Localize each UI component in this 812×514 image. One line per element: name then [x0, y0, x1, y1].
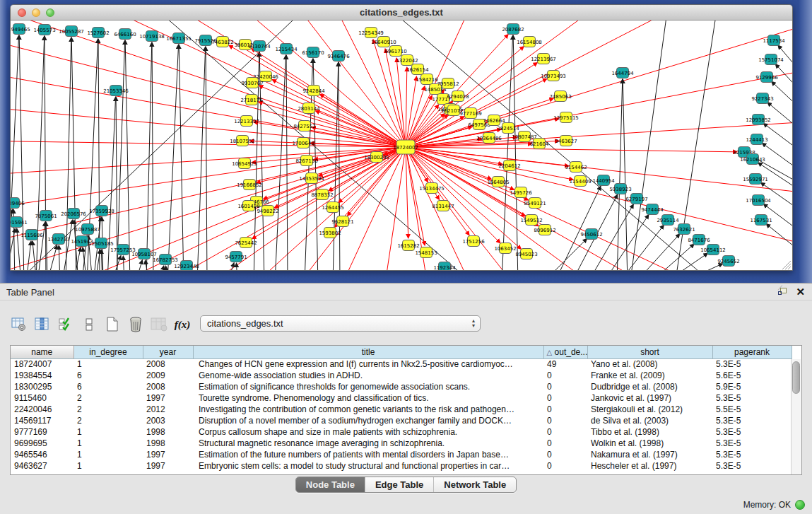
table-source-select[interactable]: citations_edges.txt ▴▾	[200, 315, 481, 332]
column-header-year[interactable]: year	[143, 346, 193, 358]
new-column-icon[interactable]	[103, 315, 122, 334]
table-cell[interactable]: 1998	[143, 438, 193, 449]
close-button[interactable]	[18, 8, 26, 17]
table-cell[interactable]: 14569117	[11, 415, 73, 426]
table-cell[interactable]: 0	[543, 381, 587, 392]
table-cell[interactable]: Tourette syndrome. Phenomenology and cla…	[193, 392, 543, 404]
table-cell[interactable]: 2012	[143, 404, 193, 415]
table-cell[interactable]: 18300295	[11, 381, 73, 392]
table-cell[interactable]: 22420046	[11, 404, 73, 415]
table-row[interactable]: 1456911722003Disruption of a novel membe…	[11, 415, 792, 426]
tab-node-table[interactable]: Node Table	[296, 477, 365, 492]
table-cell[interactable]: Estimation of significance thresholds fo…	[193, 381, 543, 392]
table-cell[interactable]: 0	[543, 460, 587, 472]
memory-status-button[interactable]	[795, 500, 805, 510]
table-cell[interactable]: Genome-wide association studies in ADHD.	[193, 370, 543, 381]
column-header-name[interactable]: name	[11, 346, 73, 358]
vertical-scrollbar[interactable]	[791, 359, 801, 474]
table-cell[interactable]: 9777169	[11, 426, 73, 438]
table-cell[interactable]: 0	[543, 438, 587, 449]
table-cell[interactable]: Embryonic stem cells: a model to study s…	[193, 460, 543, 472]
table-mode-icon[interactable]	[10, 315, 28, 334]
table-cell[interactable]: 1	[73, 358, 143, 370]
table-cell[interactable]: Changes of HCN gene expression and I(f) …	[193, 358, 543, 370]
table-row[interactable]: 969969511998Structural magnetic resonanc…	[11, 438, 792, 449]
table-row[interactable]: 2242004622012Investigating the contribut…	[11, 404, 792, 415]
table-cell[interactable]: 0	[543, 392, 587, 404]
table-cell[interactable]: 18724007	[11, 358, 73, 370]
table-cell[interactable]: 5.5E-5	[712, 404, 792, 415]
scrollbar-thumb[interactable]	[792, 361, 800, 394]
table-cell[interactable]: 2	[73, 415, 143, 426]
table-cell[interactable]: Corpus callosum shape and size in male p…	[193, 426, 543, 438]
table-cell[interactable]: 2	[73, 392, 143, 404]
table-cell[interactable]: 9115460	[11, 392, 73, 404]
close-panel-icon[interactable]: ✕	[796, 287, 805, 297]
table-cell[interactable]: 0	[543, 426, 587, 438]
table-cell[interactable]: Investigating the contribution of common…	[193, 404, 543, 415]
table-cell[interactable]: 1	[73, 438, 143, 449]
table-cell[interactable]: 1998	[143, 426, 193, 438]
tab-network-table[interactable]: Network Table	[434, 477, 516, 492]
float-panel-icon[interactable]	[778, 288, 787, 296]
table-cell[interactable]: 1997	[143, 460, 193, 472]
table-cell[interactable]: 1997	[143, 449, 193, 460]
column-header-out-degree[interactable]: △ out_de...	[543, 346, 587, 358]
table-cell[interactable]: 19384554	[11, 370, 73, 381]
table-cell[interactable]: 5.6E-5	[712, 370, 792, 381]
table-cell[interactable]: Structural magnetic resonance image aver…	[193, 438, 543, 449]
table-cell[interactable]: de Silva et al. (2003)	[587, 415, 712, 426]
table-cell[interactable]: Estimation of the future numbers of pati…	[193, 449, 543, 460]
table-cell[interactable]: 0	[543, 404, 587, 415]
table-cell[interactable]: Franke et al. (2009)	[587, 370, 712, 381]
table-cell[interactable]: 5.3E-5	[712, 415, 792, 426]
table-cell[interactable]: Stergiakouli et al. (2012)	[587, 404, 712, 415]
table-cell[interactable]: Dudbridge et al. (2008)	[587, 381, 712, 392]
column-header-pagerank[interactable]: pagerank	[712, 346, 792, 358]
table-cell[interactable]: 0	[543, 415, 587, 426]
table-cell[interactable]: 1	[73, 426, 143, 438]
table-cell[interactable]: 2008	[143, 381, 193, 392]
table-cell[interactable]: 49	[543, 358, 587, 370]
canvas-resize-handle[interactable]	[785, 264, 791, 269]
column-header-in-degree[interactable]: in_degree	[73, 346, 143, 358]
zoom-button[interactable]	[46, 8, 54, 17]
window-titlebar[interactable]: citations_edges.txt	[11, 5, 792, 21]
table-cell[interactable]: 1	[73, 449, 143, 460]
table-cell[interactable]: 2009	[143, 370, 193, 381]
tab-edge-table[interactable]: Edge Table	[365, 477, 434, 492]
table-cell[interactable]: 9463627	[11, 460, 73, 472]
table-cell[interactable]: 5.3E-5	[712, 426, 792, 438]
row-height-icon[interactable]	[80, 315, 98, 334]
table-row[interactable]: 1872400712008Changes of HCN gene express…	[11, 358, 792, 370]
node-table[interactable]: name in_degree year title △ out_de... sh…	[10, 345, 802, 475]
table-cell[interactable]: 5.9E-5	[712, 381, 792, 392]
table-cell[interactable]: 6	[73, 381, 143, 392]
table-cell[interactable]: Wolkin et al. (1998)	[587, 438, 712, 449]
canvas-resize-handle[interactable]	[788, 267, 791, 269]
table-cell[interactable]: 9699695	[11, 438, 73, 449]
table-cell[interactable]: 0	[543, 449, 587, 460]
select-rows-icon[interactable]	[57, 315, 75, 334]
table-cell[interactable]: Disruption of a novel member of a sodium…	[193, 415, 543, 426]
column-header-title[interactable]: title	[193, 346, 543, 358]
table-row[interactable]: 977716911998Corpus callosum shape and si…	[11, 426, 792, 438]
table-cell[interactable]: 9465546	[11, 449, 73, 460]
table-cell[interactable]: Yano et al. (2008)	[587, 358, 712, 370]
table-cell[interactable]: Tibbo et al. (1998)	[587, 426, 712, 438]
table-row[interactable]: 1830029562008Estimation of significance …	[11, 381, 792, 392]
table-body[interactable]: 1872400712008Changes of HCN gene express…	[11, 358, 792, 472]
network-window[interactable]: citations_edges.txt 22420046993076727181…	[10, 4, 793, 271]
table-cell[interactable]: 5.3E-5	[712, 438, 792, 449]
table-cell[interactable]: 5.3E-5	[712, 392, 792, 404]
column-header-short[interactable]: short	[587, 346, 712, 358]
minimize-button[interactable]	[32, 8, 40, 17]
function-builder-icon[interactable]: f(x)	[173, 315, 192, 334]
table-cell[interactable]: Nakamura et al. (1997)	[587, 449, 712, 460]
table-cell[interactable]: 2	[73, 404, 143, 415]
table-cell[interactable]: 5.3E-5	[712, 460, 792, 472]
delete-column-icon[interactable]	[126, 315, 145, 334]
table-cell[interactable]: 1997	[143, 392, 193, 404]
table-row[interactable]: 1938455462009Genome-wide association stu…	[11, 370, 792, 381]
table-row[interactable]: 911546021997Tourette syndrome. Phenomeno…	[11, 392, 792, 404]
